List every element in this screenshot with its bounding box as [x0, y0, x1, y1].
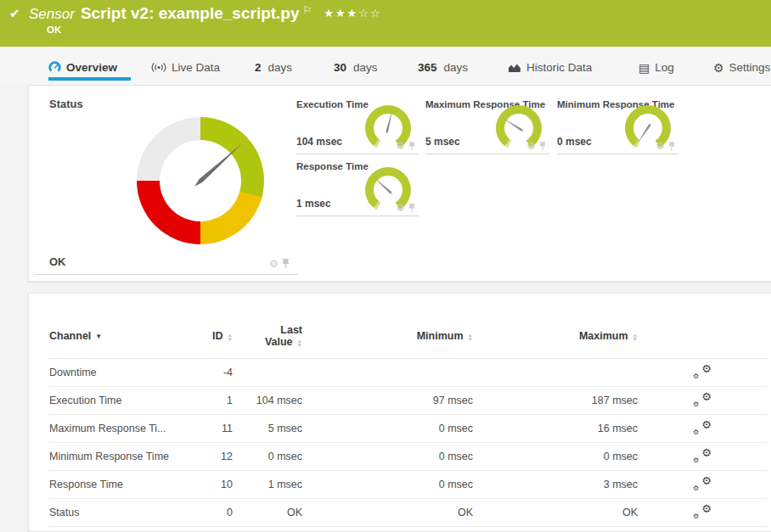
widget-actions: ⚙: [526, 141, 546, 151]
status-widget-actions: ⚙: [269, 259, 290, 269]
channel-minimum: 0 msec: [302, 471, 473, 499]
gear-icon[interactable]: ⚙: [396, 141, 405, 151]
channel-minimum: 97 msec: [302, 387, 473, 415]
gauge-needle: [502, 117, 524, 132]
channel-name: Response Time: [49, 471, 194, 499]
gear-icon[interactable]: ⚙: [396, 203, 405, 213]
channel-table-panel: Channel▼ ID▲▼ LastValue▲▼ Minimum▲▼ Maxi…: [28, 293, 771, 532]
column-label: Minimum: [417, 330, 464, 342]
pin-icon[interactable]: [282, 259, 290, 269]
channel-last-value: [233, 359, 302, 387]
channel-last-value: 1 msec: [233, 471, 302, 499]
mini-gauge-minimum-response-time: Minimum Response Time 0 msec ⚙: [557, 97, 678, 154]
gear-icon: ⚙: [713, 62, 724, 74]
column-label: Value: [265, 336, 293, 348]
channel-name: Minimum Response Time: [49, 443, 194, 471]
tab-live-data[interactable]: Live Data: [151, 61, 220, 74]
channel-settings-icon[interactable]: ⚙⚙: [693, 364, 712, 379]
mini-gauge-maximum-response-time: Maximum Response Time 5 msec ⚙: [425, 97, 549, 154]
channel-maximum: 187 msec: [473, 387, 638, 415]
tab-label: days: [444, 61, 469, 74]
channel-last-value: 5 msec: [233, 415, 302, 443]
mini-gauge-title: Response Time: [296, 161, 369, 171]
column-header-maximum[interactable]: Maximum▲▼: [473, 319, 638, 359]
column-label: Last: [280, 324, 302, 336]
channel-minimum: OK: [302, 499, 473, 527]
tab-value: 365: [418, 61, 437, 74]
flag-icon[interactable]: ⚐: [303, 4, 312, 16]
tab-label: Historic Data: [526, 61, 592, 74]
mini-gauge-response-time: Response Time 1 msec ⚙: [296, 159, 419, 216]
status-gauge: [137, 117, 264, 244]
column-label: Channel: [49, 330, 91, 342]
tab-value: 2: [255, 61, 262, 74]
widget-actions: ⚙: [396, 203, 415, 213]
status-gauge-needle: [192, 141, 244, 188]
area-chart-icon: [508, 62, 521, 73]
tab-label: Overview: [66, 61, 117, 74]
table-header-row: Channel▼ ID▲▼ LastValue▲▼ Minimum▲▼ Maxi…: [49, 319, 767, 359]
mini-gauge-value: 5 msec: [425, 136, 460, 148]
channel-id: 10: [194, 471, 233, 499]
gauge-needle: [636, 122, 652, 144]
channel-name: Downtime: [49, 359, 194, 387]
channel-maximum: 0 msec: [473, 443, 638, 471]
sensor-status-text: OK: [47, 25, 61, 35]
tab-log[interactable]: ▤ Log: [639, 61, 674, 74]
channel-table: Channel▼ ID▲▼ LastValue▲▼ Minimum▲▼ Maxi…: [49, 319, 767, 527]
channel-name: Execution Time: [49, 387, 194, 415]
channel-settings-icon[interactable]: ⚙⚙: [693, 392, 712, 407]
table-row: Downtime -4 ⚙⚙: [49, 359, 767, 387]
tab-365-days[interactable]: 365 days: [418, 61, 468, 74]
pin-icon[interactable]: [408, 204, 415, 213]
channel-settings-icon[interactable]: ⚙⚙: [693, 420, 712, 435]
channel-settings-icon[interactable]: ⚙⚙: [693, 504, 712, 519]
channel-last-value: OK: [233, 499, 302, 527]
table-row: Maximum Response Ti... 11 5 msec 0 msec …: [49, 415, 767, 443]
stars-empty: ☆☆: [358, 7, 381, 20]
column-label: Maximum: [579, 330, 628, 342]
channel-maximum: 3 msec: [473, 471, 638, 499]
widget-actions: ⚙: [396, 141, 415, 151]
column-header-id[interactable]: ID▲▼: [194, 319, 233, 359]
pin-icon[interactable]: [408, 142, 415, 151]
table-row: Minimum Response Time 12 0 msec 0 msec 0…: [49, 443, 767, 471]
tab-label: Log: [655, 61, 674, 74]
gear-icon[interactable]: ⚙: [526, 141, 536, 151]
channel-settings-icon[interactable]: ⚙⚙: [693, 476, 712, 491]
channel-settings-icon[interactable]: ⚙⚙: [693, 448, 712, 463]
sort-icon: ▲▼: [228, 333, 233, 341]
channel-maximum: [473, 359, 638, 387]
column-header-last-value[interactable]: LastValue▲▼: [233, 319, 302, 359]
tab-settings[interactable]: ⚙ Settings: [713, 61, 770, 74]
channel-id: 11: [194, 415, 233, 443]
table-row: Status 0 OK OK OK ⚙⚙: [49, 499, 767, 527]
overview-gauges-panel: Status OK ⚙ Execution Time 104 msec ⚙ Ma…: [28, 85, 771, 282]
gear-icon[interactable]: ⚙: [656, 141, 665, 151]
channel-minimum: 0 msec: [302, 415, 473, 443]
tab-2-days[interactable]: 2 days: [255, 61, 292, 74]
channel-id: 12: [194, 443, 233, 471]
gear-icon[interactable]: ⚙: [269, 259, 279, 269]
channel-minimum: 0 msec: [302, 443, 473, 471]
tab-label: Live Data: [172, 61, 220, 74]
pin-icon[interactable]: [668, 142, 675, 151]
channel-id: 1: [194, 387, 233, 415]
tab-label: days: [268, 61, 293, 74]
sort-descending-icon: ▼: [95, 333, 102, 340]
channel-id: -4: [194, 359, 233, 387]
column-header-channel[interactable]: Channel▼: [49, 319, 194, 359]
tab-overview[interactable]: Overview: [48, 61, 117, 74]
live-signal-icon: [151, 62, 166, 73]
channel-maximum: OK: [473, 499, 638, 527]
pin-icon[interactable]: [539, 142, 546, 151]
column-label: ID: [212, 330, 223, 342]
mini-gauge-value: 1 msec: [296, 198, 331, 210]
tab-bar: Overview Live Data 2 days 30 days 365 da…: [0, 47, 771, 85]
priority-stars[interactable]: ★★★☆☆: [324, 7, 381, 20]
channel-last-value: 0 msec: [233, 443, 302, 471]
tab-30-days[interactable]: 30 days: [334, 61, 378, 74]
gauge-needle: [373, 176, 393, 195]
tab-historic-data[interactable]: Historic Data: [508, 61, 592, 74]
column-header-minimum[interactable]: Minimum▲▼: [302, 319, 473, 359]
